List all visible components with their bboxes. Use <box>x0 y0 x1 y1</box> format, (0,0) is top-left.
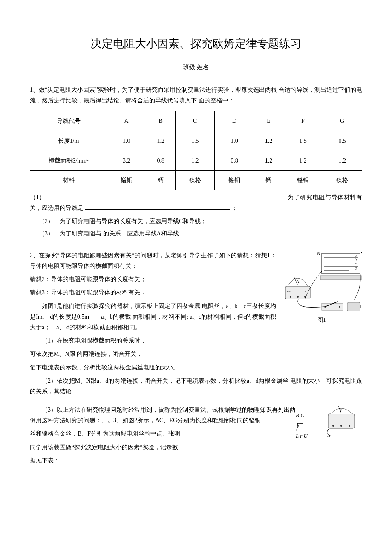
table-cell: 镒铜 <box>283 170 323 190</box>
row-header: 材料 <box>30 170 107 190</box>
svg-text:0.6: 0.6 <box>287 290 291 293</box>
table-cell: 1.2 <box>175 151 214 170</box>
q2-item1b: 可依次把M、N跟 的两端连接，闭合开关， <box>30 349 362 359</box>
table-cell: 1.2 <box>283 151 323 170</box>
header-class-name: 班级 姓名 <box>30 62 362 73</box>
svg-text:V: V <box>340 408 343 412</box>
svg-text:3: 3 <box>304 290 306 293</box>
table-cell: 镒铜 <box>107 170 146 190</box>
table-cell: D <box>215 111 254 131</box>
table-cell: 镍格 <box>323 170 362 190</box>
figure-2: V N <box>320 404 362 441</box>
row-header: 横截面积S/mm² <box>30 151 107 170</box>
figure-2-labels: B C ┌─╱ L r U <box>296 410 308 441</box>
q1-item3: （3） 为了研究电阻与 的关系，应选用导线A和导线 <box>39 228 362 239</box>
table-cell: A <box>107 111 146 131</box>
table-cell: 钙 <box>254 170 283 190</box>
row-header: 长度1/m <box>30 131 107 151</box>
svg-point-29 <box>332 425 334 427</box>
table-cell: 钙 <box>146 170 176 190</box>
svg-point-15 <box>290 296 291 298</box>
table-cell: E <box>254 111 283 131</box>
table-cell: 0.8 <box>215 151 254 170</box>
blank-line <box>85 204 230 210</box>
table-cell: 1.2 <box>323 151 362 170</box>
row-header: 导线代号 <box>30 111 107 131</box>
q1-item1-prefix: （1） <box>30 194 46 200</box>
q2-item3b: 丝和镍格合金丝，B、F分别为这两段电阻丝的中点。张明 <box>30 428 362 439</box>
svg-text:N: N <box>327 433 331 438</box>
q2-item3c: 同学用该装置做“探究决定电阻大小的因素”实验，记录数 <box>30 442 362 453</box>
figure-1: N M a b c d A 0.6 3 <box>281 250 362 325</box>
table-cell: 镒铜 <box>215 170 254 190</box>
blank-line <box>47 193 286 199</box>
svg-point-30 <box>340 425 342 427</box>
svg-text:M: M <box>360 251 362 256</box>
table-cell: 1.0 <box>215 131 254 151</box>
q1-item1: （1） 为了研究电阻与导体材料有关，应选用的导线是 ； <box>30 192 362 213</box>
svg-point-16 <box>297 296 299 298</box>
bc-label: B C <box>296 410 308 420</box>
table-cell: C <box>175 111 214 131</box>
q2-item3: （3）以上方法在研究物理问题时经常用到，被称为控制变量法。试根据学过的物理知识再… <box>30 404 362 426</box>
figure-1-caption: 图1 <box>281 315 362 325</box>
table-cell: 1.5 <box>175 131 214 151</box>
wire-table: 导线代号ABCDEFG长度1/m1.01.21.51.01.21.50.5横截面… <box>30 111 362 190</box>
table-cell: 1.2 <box>254 151 283 170</box>
q2-item1c: 记下电流表的示数，分析比较这两根金属丝电阻的大小。 <box>30 362 362 373</box>
voltmeter-icon: V N <box>320 404 362 438</box>
q1-item2: （2） 为了研究电阻与导体的长度有关，应选用导线C和导线； <box>39 216 362 227</box>
q2-item1a: （1）在探究电阻跟横截面积的关系时， <box>30 335 362 346</box>
svg-rect-25 <box>360 305 361 308</box>
svg-text:d: d <box>355 266 357 270</box>
table-cell: 0.5 <box>323 131 362 151</box>
table-cell: G <box>323 111 362 131</box>
q1-item1-end: ； <box>231 205 237 211</box>
svg-text:A: A <box>296 279 300 284</box>
table-cell: 3.2 <box>107 151 146 170</box>
svg-rect-11 <box>320 276 361 280</box>
svg-rect-24 <box>347 302 360 311</box>
q2-item3d: 据见下表： <box>30 455 362 466</box>
table-cell: 1.2 <box>254 131 283 151</box>
table-cell: 1.2 <box>146 131 176 151</box>
svg-point-22 <box>339 306 340 308</box>
table-cell: B <box>146 111 176 131</box>
apparatus-diagram-icon: N M a b c d A 0.6 3 <box>281 250 362 314</box>
table-cell: 1.0 <box>107 131 146 151</box>
table-cell: 镍格 <box>175 170 214 190</box>
table-cell: 1.5 <box>283 131 323 151</box>
table-cell: 0.8 <box>146 151 176 170</box>
svg-point-31 <box>349 425 350 427</box>
page-title: 决定电阻大小因素、探究欧姆定律专题练习 <box>30 34 362 54</box>
q2-item2: （2）依次把M、N跟a、d的两端连接，闭合开关，记下电流表示数，分析比较a、d两… <box>30 375 362 397</box>
svg-text:N: N <box>317 251 320 256</box>
q1-prompt: 1、做“决定电阻大小因素”实验时，为了便于研究而采用控制变量法进行实验，即每次选… <box>30 84 362 106</box>
lru-label: L r U <box>296 431 308 441</box>
table-cell: F <box>283 111 323 131</box>
